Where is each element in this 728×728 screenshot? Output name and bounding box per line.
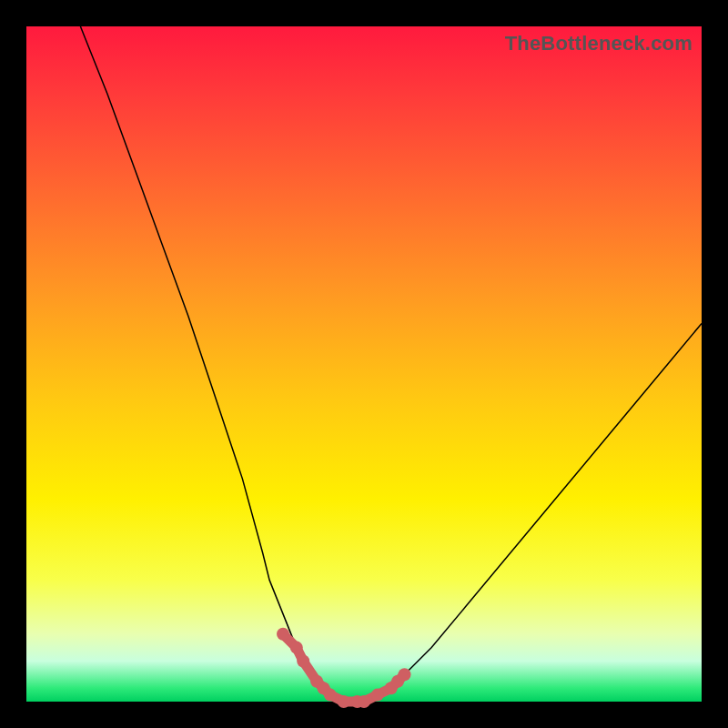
plot-area: TheBottleneck.com [26, 26, 702, 702]
highlight-dots [277, 628, 411, 708]
highlight-dot [297, 655, 309, 668]
curve-group [80, 26, 702, 708]
bottleneck-curve [80, 26, 702, 702]
highlight-dot [338, 695, 350, 708]
highlight-dot [399, 668, 411, 681]
highlight-dot [277, 628, 289, 641]
highlight-dot [371, 689, 384, 702]
chart-svg [26, 26, 702, 702]
highlight-dot [358, 695, 370, 708]
highlight-dot [324, 689, 337, 702]
highlight-dot [290, 642, 303, 654]
